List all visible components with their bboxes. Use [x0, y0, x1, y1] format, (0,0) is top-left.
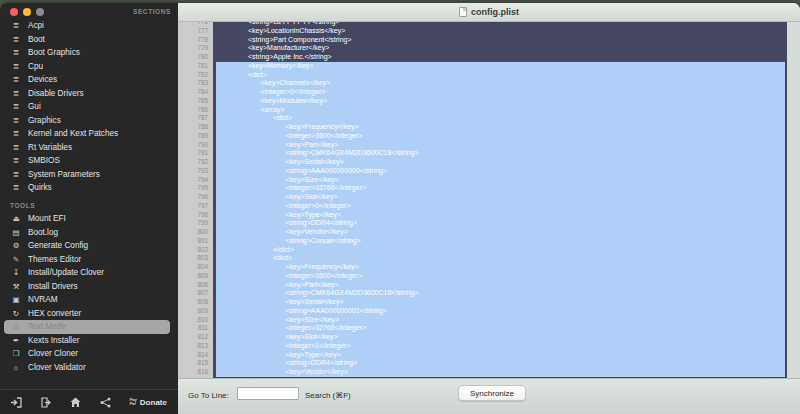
paypal-donate-button[interactable]: Pay Pal Donate	[129, 398, 167, 407]
export-icon[interactable]	[41, 397, 52, 408]
close-window-button[interactable]	[10, 8, 18, 16]
sidebar-item-label: Mount EFI	[28, 214, 66, 223]
mount-efi-icon: ⏏	[11, 215, 21, 223]
line-text[interactable]: <key>LocationInChassis</key>	[213, 27, 787, 36]
line-text[interactable]: <key>Vendor</key>	[213, 368, 787, 377]
sidebar-item-system-parameters[interactable]: ≣System Parameters	[0, 168, 178, 182]
line-text[interactable]: <key>Type</key>	[213, 211, 787, 220]
sidebar-item-mount-efi[interactable]: ⏏Mount EFI	[0, 212, 178, 226]
sections-list: ≣Acpi≣Boot≣Boot Graphics≣Cpu≣Devices≣Dis…	[0, 19, 178, 195]
window-controls	[10, 8, 44, 16]
themes-editor-icon: ✎	[11, 256, 21, 264]
sidebar-item-boot[interactable]: ≣Boot	[0, 33, 178, 47]
sidebar-item-disable-drivers[interactable]: ≣Disable Drivers	[0, 87, 178, 101]
install-clover-icon: ↧	[11, 269, 21, 277]
sidebar-item-boot-log[interactable]: ▤Boot.log	[0, 226, 178, 240]
sidebar-item-rt-variables[interactable]: ≣Rt Variables	[0, 141, 178, 155]
editor-line: 777<key>LocationInChassis</key>	[178, 27, 787, 36]
line-text[interactable]: <integer>32768</integer>	[213, 324, 787, 333]
line-text[interactable]: <string>Part Component</string>	[213, 36, 787, 45]
line-text[interactable]: <key>Slot</key>	[213, 193, 787, 202]
line-text[interactable]: <key>Type</key>	[213, 351, 787, 360]
line-text[interactable]: <string>DDR4</string>	[213, 359, 787, 368]
sidebar-item-clover-validator[interactable]: ☼Clover Validator	[0, 361, 178, 375]
line-text[interactable]: <key>Frequency</key>	[213, 263, 787, 272]
line-text[interactable]: <key>Modules</key>	[213, 97, 787, 106]
sidebar-item-label: Themes Editor	[28, 255, 81, 264]
line-text[interactable]: <integer>3600</integer>	[213, 272, 787, 281]
goto-line-input[interactable]	[237, 387, 299, 400]
line-text[interactable]: <key>Slot</key>	[213, 333, 787, 342]
line-number: 805	[178, 272, 213, 281]
line-text[interactable]: <integer>3600</integer>	[213, 132, 787, 141]
plist-text-editor[interactable]: 776<string>ca FF FF FF</string>777<key>L…	[178, 22, 787, 378]
sidebar-item-text-mode[interactable]: ▦Text Mode	[4, 320, 170, 334]
sidebar-item-kexts-installer[interactable]: ✒Kexts Installer	[0, 334, 178, 348]
line-text[interactable]: <dict>	[213, 254, 787, 263]
line-text[interactable]: <key>Frequency</key>	[213, 123, 787, 132]
sidebar-item-cpu[interactable]: ≣Cpu	[0, 60, 178, 74]
editor-line: 782<dict>	[178, 71, 787, 80]
line-text[interactable]: <array>	[213, 106, 787, 115]
signin-icon[interactable]	[11, 397, 22, 408]
line-text[interactable]: <key>Size</key>	[213, 316, 787, 325]
sidebar-item-themes-editor[interactable]: ✎Themes Editor	[0, 253, 178, 267]
line-text[interactable]: <integer>32768</integer>	[213, 184, 787, 193]
line-text[interactable]: <dict>	[213, 114, 787, 123]
line-text[interactable]: <string>Corsair</string>	[213, 237, 787, 246]
line-text[interactable]: <string>AAA000000001</string>	[213, 307, 787, 316]
line-text[interactable]: <key>Channels</key>	[213, 79, 787, 88]
line-text[interactable]: <string>Apple Inc.</string>	[213, 53, 787, 62]
line-text[interactable]: </dict>	[213, 246, 787, 255]
line-text[interactable]: <key>Vendor</key>	[213, 228, 787, 237]
line-text[interactable]: <string>CMK64GX4M2D3600C18</string>	[213, 149, 787, 158]
editor-line: 783<key>Channels</key>	[178, 79, 787, 88]
sidebar: SECTIONS ≣Acpi≣Boot≣Boot Graphics≣Cpu≣De…	[0, 3, 178, 414]
sidebar-item-smbios[interactable]: ≣SMBIOS	[0, 154, 178, 168]
line-text[interactable]: <key>Serial</key>	[213, 298, 787, 307]
line-text[interactable]: <key>Part</key>	[213, 281, 787, 290]
list-icon: ≣	[11, 103, 21, 111]
sidebar-item-quirks[interactable]: ≣Quirks	[0, 181, 178, 195]
line-number: 792	[178, 158, 213, 167]
sidebar-item-label: Boot	[28, 35, 45, 44]
line-text[interactable]: <integer>0</integer>	[213, 202, 787, 211]
editor-line: 798<key>Type</key>	[178, 211, 787, 220]
list-icon: ≣	[11, 90, 21, 98]
editor-line: 805<integer>3600</integer>	[178, 272, 787, 281]
line-text[interactable]: <key>Manufacturer</key>	[213, 44, 787, 53]
editor-line: 815<string>DDR4</string>	[178, 359, 787, 368]
home-icon[interactable]	[70, 397, 81, 408]
line-text[interactable]: <string>CMK64GX4M2D3600C18</string>	[213, 289, 787, 298]
line-text[interactable]: <dict>	[213, 71, 787, 80]
zoom-window-button[interactable]	[36, 8, 44, 16]
line-text[interactable]: <key>Serial</key>	[213, 158, 787, 167]
line-text[interactable]: <integer>0</integer>	[213, 88, 787, 97]
nvram-icon: ▣	[11, 296, 21, 304]
line-text[interactable]: <string>AAA000000000</string>	[213, 167, 787, 176]
share-icon[interactable]	[100, 397, 111, 408]
sidebar-item-install-update-clover[interactable]: ↧Install/Update Clover	[0, 266, 178, 280]
line-text[interactable]: <key>Part</key>	[213, 141, 787, 150]
sidebar-item-hex-converter[interactable]: ↻HEX converter	[0, 307, 178, 321]
editor-line: 809<string>AAA000000001</string>	[178, 307, 787, 316]
sidebar-item-graphics[interactable]: ≣Graphics	[0, 114, 178, 128]
sidebar-item-gui[interactable]: ≣Gui	[0, 100, 178, 114]
synchronize-button[interactable]: Synchronize	[458, 385, 526, 401]
sidebar-item-devices[interactable]: ≣Devices	[0, 73, 178, 87]
sidebar-item-clover-cloner[interactable]: ❐Clover Cloner	[0, 347, 178, 361]
line-text[interactable]: <key>Size</key>	[213, 176, 787, 185]
minimize-window-button[interactable]	[23, 8, 31, 16]
sidebar-item-generate-config[interactable]: ⚙Generate Config	[0, 239, 178, 253]
search-shortcut-label: Search (⌘F)	[305, 391, 351, 400]
sidebar-item-nvram[interactable]: ▣NVRAM	[0, 293, 178, 307]
sidebar-item-kernel-and-kext-patches[interactable]: ≣Kernel and Kext Patches	[0, 127, 178, 141]
editor-line: 813<integer>1</integer>	[178, 342, 787, 351]
desktop-background: SECTIONS ≣Acpi≣Boot≣Boot Graphics≣Cpu≣De…	[0, 0, 800, 414]
line-text[interactable]: <key>Memory</key>	[213, 62, 787, 71]
line-text[interactable]: <string>DDR4</string>	[213, 219, 787, 228]
sidebar-item-acpi[interactable]: ≣Acpi	[0, 19, 178, 33]
line-text[interactable]: <integer>1</integer>	[213, 342, 787, 351]
sidebar-item-install-drivers[interactable]: ⚒Install Drivers	[0, 280, 178, 294]
sidebar-item-boot-graphics[interactable]: ≣Boot Graphics	[0, 46, 178, 60]
